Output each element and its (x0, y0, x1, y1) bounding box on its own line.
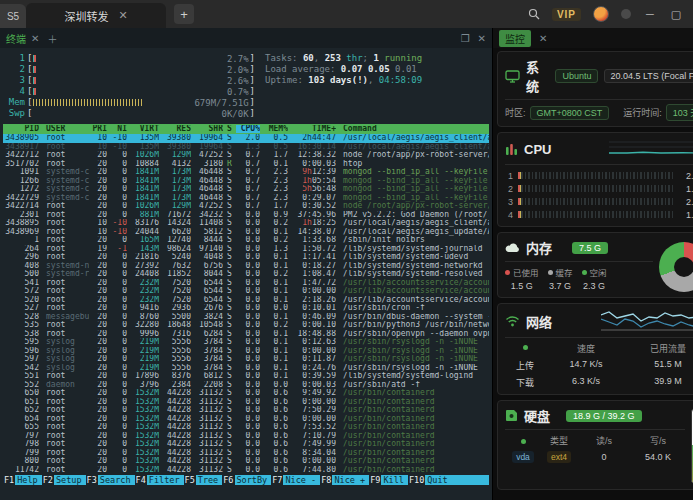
column-header[interactable]: SHR (193, 125, 223, 134)
session-tab-partial[interactable]: S5 (0, 4, 26, 28)
fkey[interactable]: F5 (184, 475, 196, 485)
process-row[interactable]: 296root2002181652404048S0.00.11:17.41/li… (3, 253, 489, 262)
column-header[interactable]: USER (41, 125, 89, 134)
avatar[interactable] (593, 6, 609, 22)
close-session-tab-icon[interactable]: ✕ (118, 9, 127, 22)
process-row[interactable]: 1266systemd-c2001841M173M46448S0.72.31h0… (3, 177, 489, 186)
memory-legend-item: 已使用1.5 G (505, 266, 539, 291)
fkey[interactable]: F2 (42, 475, 54, 485)
process-row[interactable]: 798root2001532M4422831132S0.00.67:49.99/… (3, 440, 489, 449)
disk-card: 硬盘 18.9 G / 39.2 G 类型 读/s 写/s vda ext4 (497, 400, 693, 490)
process-row[interactable]: 3422712root2001026M129M47252S0.71.712:38… (3, 151, 489, 160)
minimize-icon[interactable]: ─ (643, 8, 657, 20)
fkey[interactable]: F1 (3, 475, 15, 485)
disk-usage-badge: 18.9 G / 39.2 G (566, 410, 642, 422)
process-row[interactable]: 596syslog200219M55563784S0.00.10:00.00/u… (3, 347, 489, 356)
fkey-label[interactable]: Search (98, 475, 135, 485)
maximize-icon[interactable]: ▢ (669, 8, 683, 21)
process-row[interactable]: 527root200941629362676S0.00.00:10.01/usr… (3, 304, 489, 313)
process-row[interactable]: 1root200165M127408444S0.00.21:33.68/sbin… (3, 236, 489, 245)
column-header[interactable]: Command (338, 125, 489, 134)
fkey[interactable]: F10 (408, 475, 425, 485)
column-header[interactable]: RES (161, 125, 191, 134)
process-row[interactable]: 595syslog200219M55563784S0.00.10:12.63/u… (3, 338, 489, 347)
wifi-icon (505, 315, 520, 327)
detach-icon[interactable]: ❐ (461, 33, 470, 44)
fkey-label[interactable]: Kill (381, 475, 407, 485)
fkey-label[interactable]: SortBy (235, 475, 272, 485)
new-terminal-icon[interactable]: ＋ (47, 31, 57, 46)
process-row[interactable]: 3438969root10-102404466205812S0.00.114:3… (3, 228, 489, 237)
vip-badge[interactable]: VIP (552, 8, 581, 21)
htop-core-meter: 1[2.7%] (3, 53, 255, 64)
process-row[interactable]: 500systemd-r20024408118528044S0.00.21:08… (3, 270, 489, 279)
process-row[interactable]: 800root2001532M4422831132S0.00.60:00.00/… (3, 457, 489, 466)
session-tab-active[interactable]: 深圳转发 ✕ (26, 3, 166, 28)
close-monitor-tab-icon[interactable]: ✕ (539, 33, 547, 44)
process-row[interactable]: 528messagebu200876055003824S0.00.10:46.0… (3, 313, 489, 322)
process-row[interactable]: 572root200232M75206544S0.00.10:00.00/usr… (3, 287, 489, 296)
process-row[interactable]: 799root2001532M4422831132S0.00.68:34.04/… (3, 449, 489, 458)
fkey[interactable]: F4 (135, 475, 147, 485)
process-row[interactable]: 535root200322801864810548S0.00.20:00.10/… (3, 321, 489, 330)
process-row[interactable]: 1091systemd-c2001841M173M46448S0.72.39h1… (3, 168, 489, 177)
process-row[interactable]: 652root2001532M4422831132S0.00.67:50.29/… (3, 406, 489, 415)
new-session-button[interactable]: + (174, 4, 194, 24)
process-row[interactable]: 551root2001789683766812S0.00.10:39.59/li… (3, 372, 489, 381)
process-table-header[interactable]: PIDUSERPRINIVIRTRESSHRSCPU%MEM%TIME+Comm… (3, 124, 489, 134)
column-header[interactable]: PID (3, 125, 39, 134)
process-row[interactable]: 408systemd-n2002739276326756S0.00.10:18.… (3, 262, 489, 271)
fkey-label[interactable]: Tree (196, 475, 222, 485)
fkey-label[interactable]: Quit (425, 475, 451, 485)
process-row[interactable]: 797root2001532M4422831132S0.00.67:10.79/… (3, 432, 489, 441)
process-row[interactable]: 654root2001532M4422831132S0.00.60:00.00/… (3, 415, 489, 424)
process-row[interactable]: 2301root200881M7167234232S0.00.937:45.96… (3, 211, 489, 220)
fkey-label[interactable]: Nice + (332, 475, 369, 485)
fkey-label[interactable]: Help (15, 475, 41, 485)
tab-terminal[interactable]: 终端 ✕ (6, 31, 39, 46)
process-row[interactable]: 542syslog200219M55563784S0.00.10:24.76/u… (3, 364, 489, 373)
fkey[interactable]: F9 (369, 475, 381, 485)
column-header[interactable]: PRI (91, 125, 107, 134)
process-row[interactable]: 538root200999673166284S0.00.118:48.88/us… (3, 330, 489, 339)
process-row[interactable]: 655root2001532M4422831132S0.00.67:53.52/… (3, 423, 489, 432)
process-row[interactable]: 1272systemd-c2001841M173M46448S0.72.35h5… (3, 185, 489, 194)
column-header[interactable]: VIRT (129, 125, 159, 134)
fkey[interactable]: F3 (86, 475, 98, 485)
process-row[interactable]: 3438895root10-10831761432411408S0.00.21h… (3, 219, 489, 228)
close-pane-icon[interactable]: ✕ (478, 33, 486, 44)
fkey-label[interactable]: Nice - (283, 475, 320, 485)
fkey[interactable]: F8 (320, 475, 332, 485)
column-header[interactable]: CPU% (236, 125, 260, 134)
process-row[interactable]: 3438917root10-10135M3938019964S1.30.516:… (3, 143, 489, 152)
terminal-screen[interactable]: 1[2.7%]2[2.0%]3[2.6%]4[0.7%] Mem[ 679M/7… (0, 48, 492, 500)
fkey-label[interactable]: Setup (54, 475, 86, 485)
fkey[interactable]: F6 (222, 475, 234, 485)
column-header[interactable]: S (225, 125, 234, 134)
tab-monitor[interactable]: 监控 (499, 30, 531, 47)
process-row[interactable]: 520root200232M75206544S0.00.12:18.26/usr… (3, 296, 489, 305)
process-row[interactable]: 11742root2001532M4422831132S0.00.67:44.8… (3, 466, 489, 475)
process-row[interactable]: 3438905root10-10135M3938019964S2.00.52h4… (3, 134, 489, 143)
memory-donut-chart (659, 242, 693, 292)
process-row[interactable]: 650root2001532M4422831132S0.00.69:49.92/… (3, 389, 489, 398)
fkey[interactable]: F7 (271, 475, 283, 485)
column-header[interactable]: NI (109, 125, 127, 134)
process-row[interactable]: 264root19-1143M9862497140S0.01.31:50.72/… (3, 245, 489, 254)
column-header[interactable]: MEM% (262, 125, 288, 134)
process-row[interactable]: 3422714root2001026M129M47252S0.71.70:30.… (3, 202, 489, 211)
process-row[interactable]: 597syslog200219M55563784S0.00.10:11.87/u… (3, 355, 489, 364)
cloud-icon (505, 242, 520, 253)
htop-stats: Tasks: 60, 253 thr; 1 running Load avera… (255, 53, 489, 119)
fkey-label[interactable]: Filter (147, 475, 184, 485)
close-terminal-tab-icon[interactable]: ✕ (31, 33, 39, 44)
column-header[interactable]: TIME+ (290, 125, 336, 134)
search-icon[interactable] (528, 8, 540, 20)
process-row[interactable]: 651root2001532M4422831132S0.00.60:00.00/… (3, 398, 489, 407)
process-row[interactable]: 3422729systemd-c2001841M173M46448S0.72.3… (3, 194, 489, 203)
notification-icon[interactable] (621, 9, 631, 19)
process-row[interactable]: 552daemon200379623842208S0.00.00:00.03/u… (3, 381, 489, 390)
process-row[interactable]: 541root200232M75206544S0.00.11:47.72/usr… (3, 279, 489, 288)
process-row[interactable]: 3517702root2001088441323180R0.70.10:00.0… (3, 160, 489, 169)
disk-fs-badge: ext4 (547, 451, 571, 463)
